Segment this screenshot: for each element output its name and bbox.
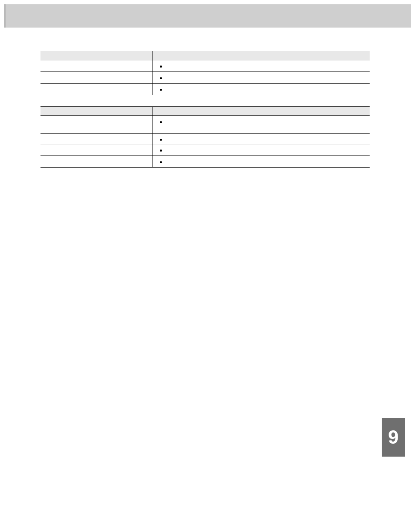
- chapter-number: 9: [388, 426, 399, 448]
- table-cell: [153, 156, 370, 168]
- table-row: [40, 84, 370, 95]
- page-content: [40, 43, 370, 179]
- table-row: [40, 134, 370, 144]
- table-1-header-1: [40, 51, 153, 60]
- list-item: [167, 160, 366, 161]
- table-row: [40, 107, 370, 116]
- chapter-tab: 9: [382, 418, 405, 457]
- list-item: [167, 149, 366, 149]
- table-row: [40, 116, 370, 134]
- table-cell: [40, 60, 153, 72]
- table-cell: [40, 84, 153, 95]
- table-cell: [153, 84, 370, 95]
- list-item: [167, 88, 366, 89]
- list-item: [167, 138, 366, 139]
- list-item: [167, 120, 366, 127]
- table-cell: [40, 72, 153, 84]
- table-cell: [40, 116, 153, 134]
- table-1-header-2: [153, 51, 370, 60]
- table-cell: [40, 134, 153, 144]
- header-band: [4, 4, 411, 28]
- table-cell: [153, 144, 370, 156]
- table-row: [40, 72, 370, 84]
- table-row: [40, 156, 370, 168]
- table-row: [40, 60, 370, 72]
- table-1: [40, 51, 370, 95]
- header-left-rule: [4, 4, 6, 28]
- table-row: [40, 144, 370, 156]
- table-2-header-1: [40, 107, 153, 116]
- table-cell: [153, 72, 370, 84]
- table-2-header-2: [153, 107, 370, 116]
- table-cell: [153, 60, 370, 72]
- table-cell: [40, 144, 153, 156]
- table-row: [40, 51, 370, 60]
- table-2: [40, 106, 370, 168]
- list-item: [167, 65, 366, 65]
- table-cell: [153, 116, 370, 134]
- list-item: [167, 76, 366, 77]
- table-cell: [153, 134, 370, 144]
- table-cell: [40, 156, 153, 168]
